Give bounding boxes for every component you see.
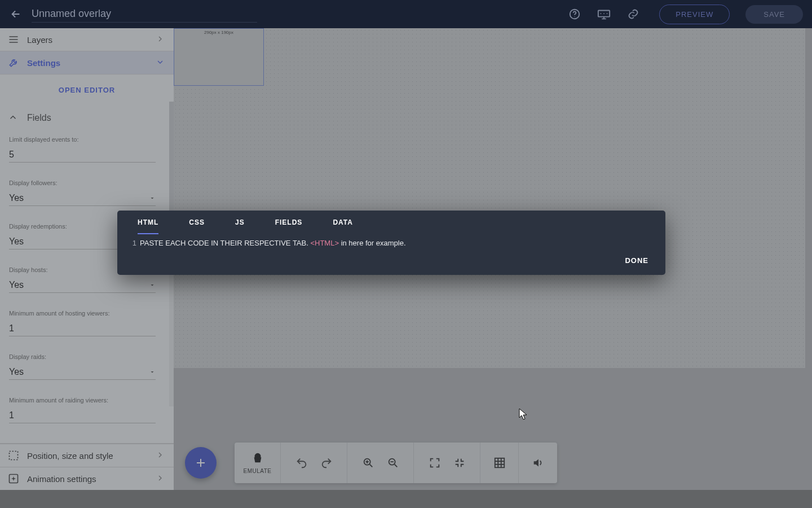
- tab-css[interactable]: CSS: [189, 218, 205, 234]
- tab-fields[interactable]: FIELDS: [275, 218, 303, 234]
- code-editor-tabs: HTML CSS JS FIELDS DATA: [117, 211, 665, 234]
- tab-html[interactable]: HTML: [138, 218, 158, 234]
- mouse-cursor-icon: [519, 408, 528, 421]
- tab-data[interactable]: DATA: [333, 218, 353, 234]
- tab-js[interactable]: JS: [235, 218, 245, 234]
- line-number: 1: [125, 239, 136, 247]
- done-button[interactable]: DONE: [625, 256, 648, 265]
- code-editor-modal: HTML CSS JS FIELDS DATA 1 PASTE EACH COD…: [117, 211, 665, 275]
- code-line: PASTE EACH CODE IN THEIR RESPECTIVE TAB.…: [140, 239, 406, 247]
- code-editor-area[interactable]: 1 PASTE EACH CODE IN THEIR RESPECTIVE TA…: [117, 234, 665, 253]
